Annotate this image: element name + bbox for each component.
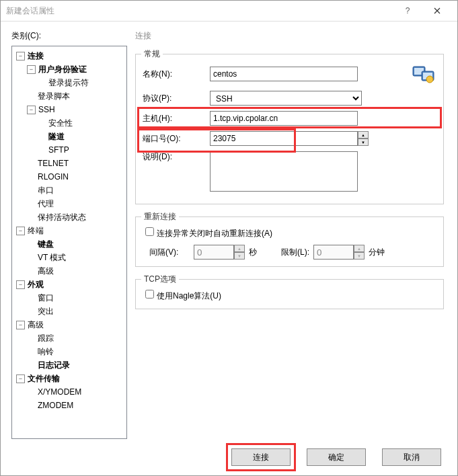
group-general: 常规 名称(N): 协议(P): SSH 主机(H): 端口: [135, 54, 444, 204]
tree-item-transfer[interactable]: −文件传输: [13, 372, 125, 385]
collapse-icon[interactable]: −: [27, 65, 36, 74]
tree-item-zmodem[interactable]: ZMODEM: [13, 399, 125, 412]
tree-item-rlogin[interactable]: RLOGIN: [13, 170, 125, 184]
legend-reconnect: 重新连接: [141, 211, 179, 223]
label-desc: 说明(D):: [143, 151, 210, 163]
auto-reconnect-label: 连接异常关闭时自动重新连接(A): [157, 229, 272, 238]
tree-item-advanced[interactable]: 高级: [13, 264, 125, 278]
collapse-icon[interactable]: −: [16, 280, 25, 289]
button-bar: 连接 确定 取消: [1, 439, 457, 475]
tree-item-keepalive[interactable]: 保持活动状态: [13, 210, 125, 224]
collapse-icon[interactable]: −: [16, 321, 25, 329]
port-down[interactable]: ▼: [358, 138, 369, 146]
group-reconnect: 重新连接 连接异常关闭时自动重新连接(A) 间隔(V): ▲▼ 秒 限制(L):…: [135, 216, 444, 267]
tree-item-window[interactable]: 窗口: [13, 291, 125, 305]
legend-tcp: TCP选项: [141, 274, 179, 285]
connect-button[interactable]: 连接: [231, 448, 291, 466]
port-input[interactable]: [210, 131, 358, 146]
tree-item-login-prompt[interactable]: 登录提示符: [13, 76, 125, 89]
interval-input: [194, 245, 234, 260]
auto-reconnect-checkbox[interactable]: [145, 227, 154, 236]
collapse-icon[interactable]: −: [16, 374, 25, 383]
limit-spinner: ▲▼: [313, 245, 365, 260]
tree-item-sftp[interactable]: SFTP: [13, 143, 125, 157]
ok-button[interactable]: 确定: [307, 448, 366, 466]
tree-item-highlight[interactable]: 突出: [13, 305, 125, 318]
limit-input: [313, 245, 354, 260]
interval-up: ▲: [234, 245, 245, 252]
tree-item-vtmode[interactable]: VT 模式: [13, 251, 125, 264]
svg-point-4: [426, 76, 433, 83]
tree-item-tunnel[interactable]: 隧道: [13, 130, 125, 143]
protocol-select[interactable]: SSH: [210, 91, 362, 106]
tree-item-bell[interactable]: 响铃: [13, 345, 125, 358]
label-min: 分钟: [369, 247, 385, 258]
tree-item-telnet[interactable]: TELNET: [13, 157, 125, 170]
group-tcp: TCP选项 使用Nagle算法(U): [135, 279, 444, 309]
tree-item-appearance[interactable]: −外观: [13, 278, 125, 291]
close-icon: [434, 7, 441, 14]
legend-general: 常规: [141, 48, 163, 60]
tree-item-proxy[interactable]: 代理: [13, 197, 125, 210]
tree-item-xymodem[interactable]: X/YMODEM: [13, 385, 125, 399]
close-button[interactable]: [422, 1, 452, 21]
name-input[interactable]: [210, 67, 358, 81]
window-title: 新建会话属性: [6, 5, 393, 17]
tree-item-auth[interactable]: −用户身份验证: [13, 63, 125, 76]
session-icon: [411, 63, 436, 85]
port-up[interactable]: ▲: [358, 131, 369, 138]
label-limit: 限制(L):: [281, 247, 309, 258]
tree-item-security[interactable]: 安全性: [13, 116, 125, 130]
desc-input[interactable]: [210, 151, 358, 192]
panel-title: 连接: [135, 30, 444, 42]
interval-down: ▼: [234, 252, 245, 260]
tree-item-connection[interactable]: −连接: [13, 49, 125, 63]
tree-item-terminal[interactable]: −终端: [13, 224, 125, 237]
tree-item-advanced2[interactable]: −高级: [13, 318, 125, 331]
tree-item-trace[interactable]: 跟踪: [13, 331, 125, 345]
titlebar: 新建会话属性 ?: [1, 1, 457, 22]
label-interval: 间隔(V):: [149, 247, 190, 258]
port-spinner[interactable]: ▲▼: [210, 131, 369, 146]
limit-down: ▼: [354, 252, 365, 260]
label-port: 端口号(O):: [143, 133, 210, 145]
label-protocol: 协议(P):: [143, 93, 210, 104]
collapse-icon[interactable]: −: [27, 106, 36, 114]
collapse-icon[interactable]: −: [16, 227, 25, 235]
cancel-button[interactable]: 取消: [382, 448, 441, 466]
tree-item-ssh[interactable]: −SSH: [13, 103, 125, 116]
host-input[interactable]: [210, 111, 358, 126]
limit-up: ▲: [354, 245, 365, 252]
nagle-checkbox[interactable]: [145, 290, 154, 299]
label-sec: 秒: [249, 247, 257, 258]
category-tree[interactable]: −连接 −用户身份验证 登录提示符 登录脚本 −SSH 安全性 隧道 SFTP: [11, 46, 127, 439]
collapse-icon[interactable]: −: [16, 52, 25, 61]
tree-item-serial[interactable]: 串口: [13, 184, 125, 197]
nagle-label: 使用Nagle算法(U): [157, 291, 221, 301]
session-properties-dialog: 新建会话属性 ? 类别(C): −连接 −用户身份验证 登录提示符 登录脚本 −…: [0, 0, 458, 476]
tree-item-logging[interactable]: 日志记录: [13, 358, 125, 372]
tree-item-keyboard[interactable]: 键盘: [13, 237, 125, 251]
tree-item-login-script[interactable]: 登录脚本: [13, 89, 125, 103]
interval-spinner: ▲▼: [194, 245, 245, 260]
label-host: 主机(H):: [143, 113, 210, 124]
label-name: 名称(N):: [143, 69, 210, 80]
category-label: 类别(C):: [11, 30, 127, 42]
help-button[interactable]: ?: [393, 1, 422, 21]
